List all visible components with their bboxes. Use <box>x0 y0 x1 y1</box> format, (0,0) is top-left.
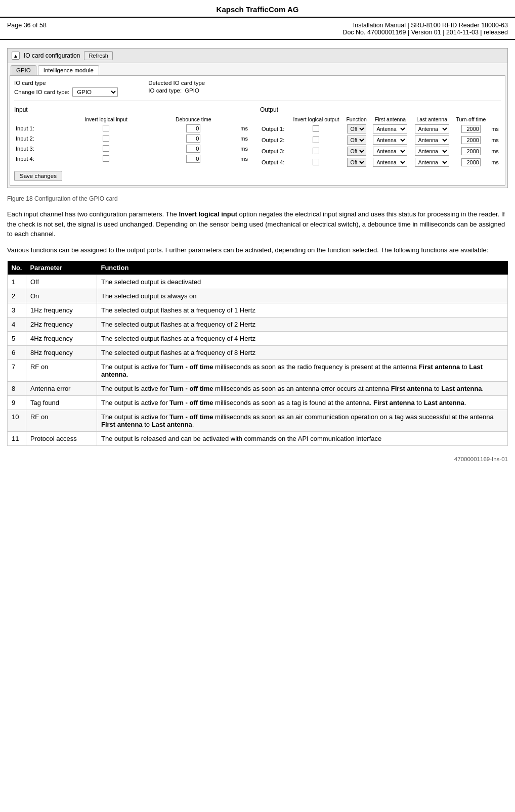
table-cell-func: The output is active for Turn - off time… <box>97 360 507 382</box>
input-invert-cell <box>59 144 153 154</box>
input-row: Input 4: ms <box>14 154 255 164</box>
input-debounce-field[interactable] <box>186 134 200 143</box>
input-invert-checkbox[interactable] <box>103 135 109 142</box>
table-cell-no: 3 <box>8 303 26 318</box>
output-unit: ms <box>489 146 501 157</box>
table-row: 10 RF on The output is active for Turn -… <box>8 410 508 432</box>
input-unit: ms <box>233 123 255 133</box>
output-function-select[interactable]: OffOn <box>347 158 366 167</box>
table-cell-func: The selected output flashes at a frequen… <box>97 303 507 318</box>
output-invert-cell <box>289 123 344 134</box>
table-cell-no: 10 <box>8 410 26 432</box>
output-invert-cell <box>289 134 344 146</box>
refresh-button[interactable]: Refresh <box>84 51 113 60</box>
output-function-select[interactable]: OffOn <box>347 147 366 156</box>
output-col-first-ant: First antenna <box>369 115 411 123</box>
table-cell-param: RF on <box>26 360 97 382</box>
output-turnoff-field[interactable] <box>461 158 481 166</box>
input-debounce-field[interactable] <box>186 124 200 132</box>
save-changes-button[interactable]: Save changes <box>14 171 62 181</box>
tab-gpio[interactable]: GPIO <box>11 65 36 75</box>
output-first-ant-select[interactable]: Antenna 1Antenna 2Antenna 3Antenna 4 <box>373 147 407 156</box>
table-row: 2 On The selected output is always on <box>8 289 508 303</box>
output-invert-checkbox[interactable] <box>313 148 319 154</box>
collapse-button[interactable]: ▲ <box>12 52 20 60</box>
output-table: Invert logical output Function First ant… <box>260 115 501 168</box>
output-turnoff-cell <box>453 134 489 146</box>
detected-io-value-row: IO card type: GPIO <box>148 87 205 94</box>
output-unit: ms <box>489 134 501 146</box>
input-col-unit <box>233 115 255 123</box>
output-label: Output 3: <box>260 146 289 157</box>
body-text-1: Each input channel has two configuration… <box>7 209 508 239</box>
output-unit: ms <box>489 157 501 168</box>
page-header: Kapsch TrafficCom AG <box>0 0 515 18</box>
tab-intelligence-module[interactable]: Intelligence module <box>38 65 99 75</box>
table-cell-no: 2 <box>8 289 26 303</box>
table-cell-param: Antenna error <box>26 382 97 396</box>
input-invert-checkbox[interactable] <box>103 125 109 131</box>
output-first-ant-select[interactable]: Antenna 1Antenna 2Antenna 3Antenna 4 <box>373 124 407 133</box>
input-table: Invert logical input Debounce time Input… <box>14 115 255 164</box>
output-turnoff-cell <box>453 146 489 157</box>
output-turnoff-field[interactable] <box>461 125 481 133</box>
output-invert-checkbox[interactable] <box>313 137 319 143</box>
input-invert-checkbox[interactable] <box>103 145 109 152</box>
input-col-debounce: Debounce time <box>153 115 233 123</box>
table-cell-no: 4 <box>8 318 26 332</box>
output-invert-cell <box>289 157 344 168</box>
change-io-select[interactable]: GPIO <box>72 87 118 97</box>
input-section-title: Input <box>14 106 255 113</box>
output-turnoff-cell <box>453 123 489 134</box>
output-last-ant-cell: Antenna 1Antenna 2Antenna 3Antenna 4 <box>411 123 453 134</box>
input-debounce-field[interactable] <box>186 145 200 153</box>
output-col-unit <box>489 115 501 123</box>
output-row: Output 4: OffOn Antenna 1Antenna 2Antenn… <box>260 157 501 168</box>
io-card-type-group: IO card type Change IO card type: GPIO <box>14 80 118 97</box>
output-invert-checkbox[interactable] <box>313 125 319 132</box>
output-section: Output Invert logical output Function Fi… <box>260 106 501 168</box>
output-last-ant-cell: Antenna 1Antenna 2Antenna 3Antenna 4 <box>411 146 453 157</box>
output-last-ant-select[interactable]: Antenna 1Antenna 2Antenna 3Antenna 4 <box>415 124 449 133</box>
table-cell-func: The selected output is always on <box>97 289 507 303</box>
output-first-ant-select[interactable]: Antenna 1Antenna 2Antenna 3Antenna 4 <box>373 158 407 167</box>
output-function-select[interactable]: OffOn <box>347 136 366 145</box>
table-cell-param: 1Hz frequency <box>26 303 97 318</box>
input-debounce-cell <box>153 123 233 133</box>
output-invert-checkbox[interactable] <box>313 159 319 165</box>
output-last-ant-select[interactable]: Antenna 1Antenna 2Antenna 3Antenna 4 <box>415 158 449 167</box>
table-row: 5 4Hz frequency The selected output flas… <box>8 332 508 346</box>
table-row: 7 RF on The output is active for Turn - … <box>8 360 508 382</box>
output-function-cell: OffOn <box>344 157 369 168</box>
io-panel-title: IO card configuration <box>24 52 80 59</box>
table-cell-param: 4Hz frequency <box>26 332 97 346</box>
output-function-select[interactable]: OffOn <box>347 124 366 133</box>
io-card-type-row: IO card type Change IO card type: GPIO D… <box>14 80 501 97</box>
io-card-panel-header: ▲ IO card configuration Refresh <box>8 49 507 63</box>
input-label: Input 4: <box>14 154 59 164</box>
input-row: Input 2: ms <box>14 133 255 144</box>
input-invert-checkbox[interactable] <box>103 155 109 162</box>
input-unit: ms <box>233 154 255 164</box>
table-row: 3 1Hz frequency The selected output flas… <box>8 303 508 318</box>
table-cell-no: 1 <box>8 275 26 289</box>
table-row: 6 8Hz frequency The selected output flas… <box>8 346 508 360</box>
output-first-ant-select[interactable]: Antenna 1Antenna 2Antenna 3Antenna 4 <box>373 136 407 145</box>
table-cell-func: The selected output flashes at a frequen… <box>97 346 507 360</box>
table-cell-func: The selected output is deactivated <box>97 275 507 289</box>
output-last-ant-select[interactable]: Antenna 1Antenna 2Antenna 3Antenna 4 <box>415 136 449 145</box>
input-invert-cell <box>59 123 153 133</box>
output-turnoff-field[interactable] <box>461 147 481 155</box>
figure-caption: Figure 18 Configuration of the GPIO card <box>7 195 508 202</box>
output-last-ant-select[interactable]: Antenna 1Antenna 2Antenna 3Antenna 4 <box>415 147 449 156</box>
page-footer: 47000001169-Ins-01 <box>0 446 515 467</box>
output-row: Output 2: OffOn Antenna 1Antenna 2Antenn… <box>260 134 501 146</box>
input-debounce-cell <box>153 133 233 144</box>
output-turnoff-field[interactable] <box>461 136 481 144</box>
output-function-cell: OffOn <box>344 146 369 157</box>
input-label: Input 3: <box>14 144 59 154</box>
page-number: Page 36 of 58 <box>7 22 47 29</box>
detected-io-label: Detected IO card type <box>148 80 205 86</box>
input-debounce-field[interactable] <box>186 155 200 163</box>
io-card-type-value: GPIO <box>185 87 199 94</box>
